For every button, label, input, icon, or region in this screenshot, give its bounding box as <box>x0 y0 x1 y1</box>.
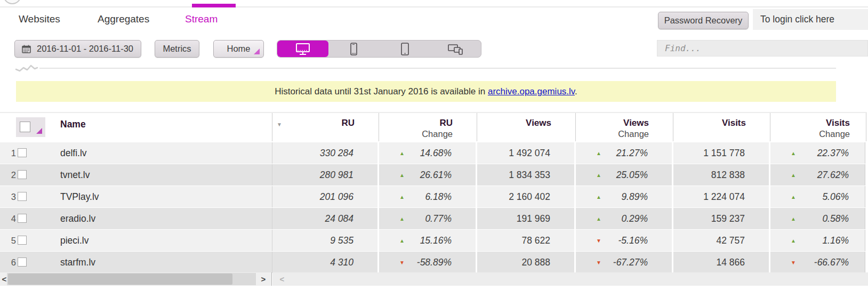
row-checkbox[interactable] <box>18 236 27 245</box>
archive-link[interactable]: archive.opa.gemius.lv <box>488 86 575 96</box>
calendar-icon <box>22 45 31 53</box>
change-value: -66.67% <box>814 257 849 268</box>
cell-visits: 1 151 778 <box>673 142 769 164</box>
login-link[interactable]: To login click here <box>753 9 868 30</box>
cell-views-change: ▼ -67.27% <box>576 252 672 273</box>
tab-websites[interactable]: Websites <box>19 13 60 25</box>
results-table: Name ▼ RU RU Change Views Views Change V… <box>0 112 867 273</box>
scrollbar-row: < > < <box>0 272 868 286</box>
row-checkbox[interactable] <box>18 148 27 157</box>
cell-ru-change: ▲ 6.18% <box>379 186 476 207</box>
select-all-checkbox[interactable] <box>20 122 30 132</box>
cell-ru-change: ▼ -58.89% <box>379 252 476 273</box>
cell-ru: 280 981 <box>272 164 377 186</box>
column-header-ru[interactable]: ▼ RU <box>272 113 379 141</box>
multi-device-filter-button[interactable] <box>430 41 481 57</box>
column-header-views-change[interactable]: Views Change <box>576 113 673 141</box>
cell-views-change: ▼ -5.16% <box>576 230 672 251</box>
find-input[interactable] <box>657 40 868 57</box>
row-checkbox[interactable] <box>18 192 27 201</box>
trend-icon: ▼ <box>791 260 796 265</box>
cell-visits-change: ▼ -66.67% <box>770 252 865 273</box>
phone-icon <box>345 42 361 56</box>
row-name[interactable]: tvnet.lv <box>60 164 90 186</box>
trend-icon: ▲ <box>791 238 796 244</box>
name-cell: 6 starfm.lv <box>0 252 272 273</box>
tab-stream[interactable]: Stream <box>185 13 218 25</box>
cell-visits-change: ▲ 22.37% <box>770 142 865 164</box>
trend-icon: ▲ <box>399 216 405 222</box>
password-recovery-button[interactable]: Password Recovery <box>658 12 749 29</box>
scroll-left-arrow[interactable]: < <box>0 272 9 286</box>
change-value: 9.89% <box>621 191 648 203</box>
row-name[interactable]: starfm.lv <box>60 252 95 273</box>
date-range-button[interactable]: 2016-11-01 - 2016-11-30 <box>14 40 141 58</box>
cell-visits-change: ▲ 1.16% <box>770 230 865 251</box>
change-value: 25.05% <box>616 170 648 181</box>
table-header: Name ▼ RU RU Change Views Views Change V… <box>0 112 867 141</box>
scroll-left-arrow[interactable]: < <box>278 272 286 286</box>
cell-visits-change: ▲ 5.06% <box>770 186 865 207</box>
column-header-visits-change[interactable]: Visits Change <box>770 113 866 141</box>
tablet-filter-button[interactable] <box>379 41 430 57</box>
data-pane-scrollbar: < <box>272 272 868 286</box>
tab-aggregates[interactable]: Aggregates <box>98 13 149 25</box>
trend-icon: ▲ <box>399 238 405 244</box>
active-tab-indicator <box>192 4 236 7</box>
column-header-visits[interactable]: Visits <box>673 113 770 141</box>
cell-views-change: ▲ 0.29% <box>576 208 672 229</box>
metrics-button[interactable]: Metrics <box>155 40 199 58</box>
table-row: 2 tvnet.lv 280 981 ▲ 26.61% 1 834 353 ▲ … <box>0 164 867 186</box>
row-index: 5 <box>6 230 16 251</box>
trend-icon: ▲ <box>596 216 601 222</box>
change-value: -5.16% <box>618 235 648 246</box>
cell-visits-change: ▲ 0.58% <box>770 208 865 229</box>
desktop-filter-button[interactable] <box>277 41 328 57</box>
banner-text-before: Historical data until 31st January 2016 … <box>275 86 488 96</box>
cell-views: 78 622 <box>477 230 574 251</box>
logo-fragment <box>3 0 21 4</box>
tablet-icon <box>397 42 413 56</box>
date-range-label: 2016-11-01 - 2016-11-30 <box>37 44 133 54</box>
change-value: 22.37% <box>817 148 849 159</box>
cell-ru-change: ▲ 14.68% <box>379 142 476 164</box>
scrollbar-thumb[interactable] <box>8 273 232 285</box>
sort-caret-icon[interactable]: ▼ <box>277 119 282 130</box>
row-name[interactable]: eradio.lv <box>60 208 95 229</box>
row-checkbox[interactable] <box>18 214 27 223</box>
row-index: 2 <box>6 164 16 186</box>
device-filter-group <box>277 40 481 58</box>
phone-filter-button[interactable] <box>328 41 380 57</box>
scroll-right-arrow[interactable]: > <box>259 272 268 286</box>
change-value: 5.06% <box>822 191 849 203</box>
cell-ru: 24 084 <box>272 208 377 229</box>
row-checkbox[interactable] <box>18 170 27 179</box>
row-name[interactable]: TVPlay.lv <box>60 186 99 207</box>
selection-menu-triangle-icon[interactable] <box>36 128 42 134</box>
sparkline-chart-icon[interactable] <box>15 63 38 73</box>
select-all-widget[interactable] <box>16 117 45 137</box>
cell-views: 191 969 <box>477 208 574 229</box>
row-index: 4 <box>6 208 16 229</box>
banner-text-after: . <box>575 86 577 96</box>
column-header-views[interactable]: Views <box>477 113 576 141</box>
trend-icon: ▲ <box>791 216 796 222</box>
info-banner: Historical data until 31st January 2016 … <box>16 81 836 102</box>
row-name[interactable]: delfi.lv <box>60 142 87 164</box>
change-value: -58.89% <box>417 257 452 268</box>
row-checkbox[interactable] <box>18 257 27 267</box>
column-header-ru-change[interactable]: RU Change <box>379 113 477 141</box>
row-name[interactable]: pieci.lv <box>60 230 89 251</box>
home-dropdown[interactable]: Home <box>213 40 264 58</box>
trend-icon: ▲ <box>596 172 601 178</box>
row-index: 1 <box>6 142 16 164</box>
change-value: 15.16% <box>420 235 452 246</box>
table-row: 4 eradio.lv 24 084 ▲ 0.77% 191 969 ▲ 0.2… <box>0 208 867 229</box>
cell-ru: 4 310 <box>272 252 377 273</box>
cell-views-change: ▲ 9.89% <box>576 186 672 207</box>
trend-icon: ▲ <box>791 194 796 200</box>
cell-visits: 1 224 074 <box>673 186 769 207</box>
column-header-name[interactable]: Name <box>60 119 86 130</box>
cell-views: 20 888 <box>477 252 574 273</box>
dropdown-corner-triangle-icon <box>254 49 260 54</box>
